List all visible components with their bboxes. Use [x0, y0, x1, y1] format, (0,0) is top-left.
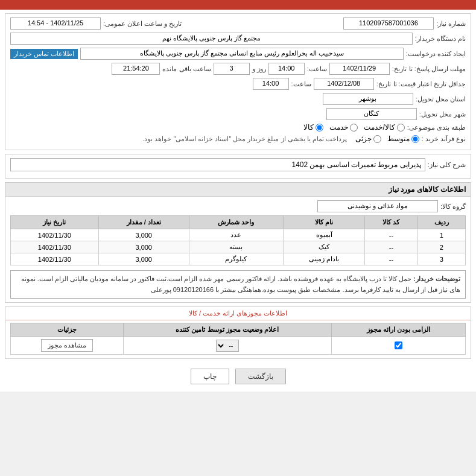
farhand-radio-group: جزئی متوسط: [355, 135, 419, 143]
sarj-section: شرح کلی نیاز: پذیرایی مربوط تعمیرات اساس…: [5, 154, 471, 179]
col-elam: اعلام وضعیت مجوز توسط تامین کننده: [123, 323, 331, 337]
cell-vahed: بسته: [189, 241, 283, 253]
radio-jozi-item[interactable]: جزئی: [355, 135, 381, 143]
radio-kala-khedmat-label: کالا/خدمت: [364, 123, 395, 132]
group-row: گروه کالا: مواد غذائی و نوشیدنی: [10, 200, 466, 212]
mohlat-saat-label: ساعت:: [307, 65, 327, 73]
radio-kala-khedmat-item[interactable]: کالا/خدمت: [364, 123, 404, 132]
elam-select[interactable]: --: [216, 340, 239, 352]
radio-motevaset-input[interactable]: [411, 135, 419, 143]
radio-kala-khedmat-input[interactable]: [397, 124, 405, 132]
jadval-label: جداقل تاریخ اعتبار قیمت: تا: [393, 80, 466, 88]
sarj-row: شرح کلی نیاز: پذیرایی مربوط تعمیرات اساس…: [10, 158, 466, 171]
farhand-label: نوع فرآند خرید :: [422, 135, 466, 143]
khardar-label: نام دستگاه خریدار:: [415, 35, 466, 43]
ostan-label: استان محل تحویل:: [416, 95, 466, 103]
contact-info-button[interactable]: اطلاعات تماس خریدار: [10, 49, 78, 59]
ostan-row: استان محل تحویل: بوشهر: [10, 93, 466, 105]
elam-cell[interactable]: --: [123, 337, 331, 355]
khardar-value: مجتمع گاز پارس جنوبی پالایشگاه نهم: [10, 33, 413, 45]
idad-row: ایجاد کننده درخواست: سیدحبیب اله بحرالعل…: [10, 48, 466, 60]
mohlat-rooz-label: روز و: [252, 65, 266, 73]
cell-radif: 1: [417, 229, 465, 241]
shahr-value: کنگان: [326, 108, 417, 120]
footer-buttons: بازگشت چاپ: [0, 363, 476, 392]
col-name: نام کالا: [284, 216, 365, 229]
kala-section-title: اطلاعات کالاهای مورد نیاز: [5, 183, 471, 197]
alzami-checkbox-cell[interactable]: [331, 337, 465, 355]
print-button[interactable]: چاپ: [191, 369, 229, 384]
radio-khedmat-input[interactable]: [350, 124, 358, 132]
jadval-date: 1402/12/08: [314, 78, 374, 90]
radio-khedmat-label: خدمت: [329, 123, 348, 132]
farhand-row: نوع فرآند خرید : جزئی متوسط پرداخت تمام …: [10, 135, 466, 143]
cell-tarikh: 1402/11/30: [11, 229, 99, 241]
idad-label: ایجاد کننده درخواست:: [406, 50, 466, 58]
jadval-tarikh-label: تاریخ:: [376, 80, 391, 88]
kala-table: ردیف کد کالا نام کالا واحد شمارش تعداد /…: [10, 215, 466, 265]
cell-kod: --: [365, 253, 418, 265]
col-kod: کد کالا: [365, 216, 418, 229]
radio-motevaset-label: متوسط: [387, 135, 410, 143]
radio-motevaset-item[interactable]: متوسط: [387, 135, 419, 143]
table-row: 1 -- آبمیوه عدد 3,000 1402/11/30: [11, 229, 466, 241]
jadval-row: جداقل تاریخ اعتبار قیمت: تا تاریخ: 1402/…: [10, 78, 466, 90]
cell-radif: 3: [417, 253, 465, 265]
mohlat-date: 1402/11/29: [329, 63, 390, 75]
radio-jozi-input[interactable]: [373, 135, 381, 143]
jadval-saat-label: ساعت:: [291, 80, 311, 88]
shomare-tarikh-row: شماره نیاز: 1102097587001036 تاریخ و ساع…: [10, 17, 466, 30]
radio-kala-item[interactable]: کالا: [303, 123, 323, 132]
col-alzami: الزامی بودن ارائه مجوز: [331, 323, 465, 337]
cell-tedad: 3,000: [98, 253, 189, 265]
group-value: مواد غذائی و نوشیدنی: [317, 200, 438, 212]
jadval-saat: 14:00: [253, 78, 289, 90]
cell-radif: 2: [417, 241, 465, 253]
radio-kala-label: کالا: [303, 123, 314, 132]
mojozha-title: اطلاعات مجوزهای ارائه خدمت / کالا: [5, 307, 471, 320]
view-mojoz-button[interactable]: مشاهده مجوز: [41, 339, 93, 352]
mohlat-tarikh-label: تاریخ:: [392, 65, 407, 73]
mojozha-section: اطلاعات مجوزهای ارائه خدمت / کالا الزامی…: [5, 306, 471, 359]
cell-tarikh: 1402/11/30: [11, 241, 99, 253]
sarj-label: شرح کلی نیاز:: [428, 161, 466, 169]
back-button[interactable]: بازگشت: [235, 369, 286, 384]
col-tedad: تعداد / مقدار: [98, 216, 189, 229]
radio-kala-input[interactable]: [316, 124, 323, 132]
shahr-row: شهر محل تحویل: کنگان: [10, 108, 466, 120]
tabagheh-row: طبقه بندی موضوعی: کالا خدمت کالا/خدمت: [10, 123, 466, 132]
main-info-section: شماره نیاز: 1102097587001036 تاریخ و ساع…: [5, 13, 471, 150]
process-note: پرداخت تمام یا بخشی از مبلغ خریدار محل "…: [142, 135, 347, 143]
cell-vahed: عدد: [189, 229, 283, 241]
radio-khedmat-item[interactable]: خدمت: [329, 123, 358, 132]
mohlat-row: مهلت ارسال پاسخ: تا تاریخ: 1402/11/29 سا…: [10, 63, 466, 75]
shahr-label: شهر محل تحویل:: [419, 110, 466, 118]
page-header: [0, 0, 476, 10]
tarikh-label: تاریخ و ساعت اعلان عمومی:: [103, 20, 182, 28]
group-label: گروه کالا:: [440, 203, 466, 211]
mohlat-label: مهلت ارسال پاسخ: تا: [409, 65, 466, 73]
view-cell[interactable]: مشاهده مجوز: [11, 337, 124, 355]
cell-kod: --: [365, 241, 418, 253]
mohlat-saat: 14:00: [268, 63, 305, 75]
col-vahed: واحد شمارش: [189, 216, 283, 229]
notes-box: توضیحات خریدار: حمل کالا تا درب پالایشگا…: [10, 270, 466, 299]
table-row: 3 -- بادام زمینی کیلوگرم 3,000 1402/11/3…: [11, 253, 466, 265]
cell-tarikh: 1402/11/30: [11, 253, 99, 265]
cell-name: بادام زمینی: [284, 253, 365, 265]
kala-section: اطلاعات کالاهای مورد نیاز گروه کالا: موا…: [5, 182, 471, 303]
notes-text: حمل کالا تا درب پالایشگاه به عهده فروشند…: [21, 275, 460, 293]
alzami-checkbox[interactable]: [395, 341, 402, 349]
cell-name: آبمیوه: [284, 229, 365, 241]
notes-label: توضیحات خریدار:: [411, 275, 460, 282]
mohlat-saat2: 21:54:20: [112, 63, 160, 75]
ostan-value: بوشهر: [323, 93, 413, 105]
sarj-value: پذیرایی مربوط تعمیرات اساسی بهمن 1402: [10, 158, 425, 171]
col-joziat: جزئیات: [11, 323, 124, 337]
col-radif: ردیف: [417, 216, 465, 229]
mohlat-saat2-label: ساعت باقی مانده: [162, 65, 211, 73]
cell-vahed: کیلوگرم: [189, 253, 283, 265]
shomare-niaz-value: 1102097587001036: [343, 17, 434, 30]
khardar-row: نام دستگاه خریدار: مجتمع گاز پارس جنوبی …: [10, 33, 466, 45]
table-row: -- مشاهده مجوز: [11, 337, 466, 355]
